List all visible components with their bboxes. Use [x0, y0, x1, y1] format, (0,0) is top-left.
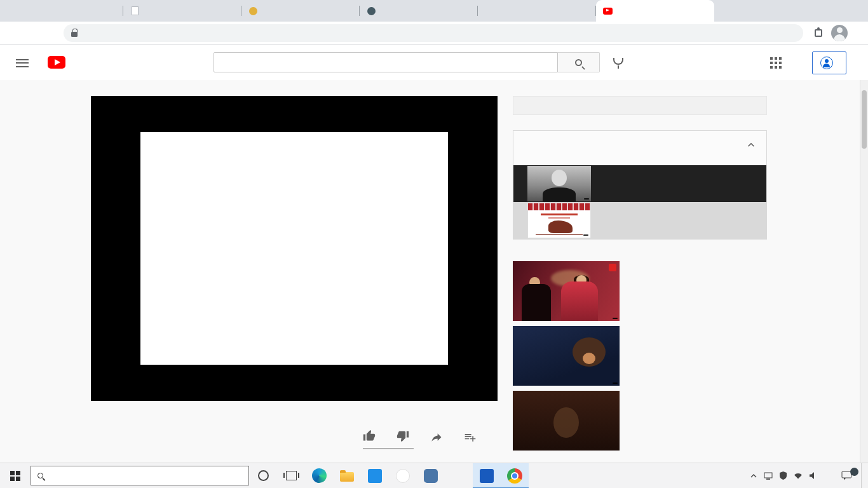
like-button[interactable]	[363, 430, 380, 442]
duration-badge	[613, 383, 618, 384]
tab-kundelik[interactable]	[360, 0, 478, 22]
vk-button[interactable]	[417, 463, 445, 488]
save-button[interactable]	[464, 431, 481, 444]
word-button[interactable]	[473, 463, 501, 488]
notification-center-button[interactable]	[841, 471, 854, 481]
reload-button[interactable]	[41, 24, 58, 42]
windows-logo-icon	[10, 471, 20, 481]
edge-button[interactable]	[305, 463, 333, 488]
search-input[interactable]	[214, 52, 558, 72]
mail-icon	[368, 469, 382, 483]
queue-item-info	[591, 183, 766, 185]
thumbnail-art	[548, 220, 573, 233]
video-thumbnail[interactable]	[513, 391, 620, 451]
video-thumbnail[interactable]	[513, 326, 620, 386]
collapse-queue-button[interactable]	[745, 139, 757, 154]
dislike-button[interactable]	[397, 430, 414, 442]
thumb-up-icon	[363, 430, 376, 442]
duration-badge	[583, 234, 588, 236]
bilim-favicon-icon	[484, 6, 494, 16]
queue-item-playing[interactable]	[513, 202, 766, 239]
browser-profile-avatar[interactable]	[831, 25, 848, 41]
notification-count-badge	[850, 468, 858, 476]
extensions-icon[interactable]	[815, 29, 822, 37]
edge-icon	[312, 468, 327, 483]
video-thumbnail[interactable]	[527, 166, 591, 201]
taskbar-search-box[interactable]	[31, 466, 249, 485]
share-button[interactable]	[430, 431, 447, 444]
close-window-button[interactable]	[839, 0, 868, 22]
youtube-masthead	[0, 45, 868, 80]
yandex-icon	[396, 469, 410, 483]
start-button[interactable]	[0, 463, 31, 488]
youtube-favicon-icon	[602, 6, 613, 16]
guide-menu-icon[interactable]	[16, 57, 29, 69]
yandex-button[interactable]	[389, 463, 417, 488]
search-button[interactable]	[558, 52, 600, 72]
youtube-favicon-icon	[603, 8, 613, 15]
video-thumbnail[interactable]	[513, 261, 620, 321]
close-tab-icon[interactable]	[464, 6, 474, 16]
taskbar-search-input[interactable]	[49, 471, 227, 480]
microphone-icon	[613, 58, 623, 65]
dropbox-button[interactable]	[445, 463, 473, 488]
network-icon[interactable]	[764, 472, 773, 480]
recommended-info	[620, 391, 767, 451]
queue-panel	[513, 130, 767, 240]
close-tab-icon[interactable]	[346, 6, 356, 16]
tab-youtube-active[interactable]	[596, 0, 714, 22]
page-scrollbar[interactable]	[860, 80, 868, 463]
system-tray	[750, 463, 868, 488]
scrollbar-thumb[interactable]	[862, 90, 867, 149]
voice-search-button[interactable]	[610, 54, 627, 71]
mail-button[interactable]	[361, 463, 389, 488]
recommended-video[interactable]	[513, 326, 767, 386]
thumbnail-art	[536, 234, 583, 235]
folder-icon	[340, 472, 354, 482]
video-player[interactable]	[91, 96, 498, 401]
address-bar[interactable]	[64, 24, 803, 42]
cortana-button[interactable]	[249, 463, 277, 488]
word-icon	[480, 469, 494, 483]
close-tab-icon[interactable]	[227, 6, 238, 16]
window-controls	[780, 0, 868, 22]
thumbnail-art	[528, 203, 590, 210]
tab-kundelik-kz[interactable]	[241, 0, 360, 22]
close-tab-icon[interactable]	[582, 6, 592, 16]
tab-sabakty-zhosparlau[interactable]	[123, 0, 241, 22]
tab-google-search[interactable]	[5, 0, 123, 22]
chrome-button[interactable]	[501, 463, 529, 488]
remove-all-button[interactable]	[513, 154, 766, 165]
apps-grid-icon[interactable]	[770, 57, 782, 69]
volume-icon[interactable]	[810, 472, 818, 479]
video-thumbnail[interactable]	[527, 203, 591, 238]
queue-item[interactable]	[513, 165, 766, 202]
forward-button[interactable]	[23, 24, 41, 42]
close-tab-icon[interactable]	[700, 6, 710, 16]
chrome-icon	[507, 468, 522, 484]
scroll-down-icon[interactable]	[860, 454, 868, 463]
security-shield-icon[interactable]	[780, 471, 787, 480]
close-tab-icon[interactable]	[109, 6, 119, 16]
scroll-up-icon[interactable]	[860, 80, 868, 88]
thumbnail-art	[552, 170, 567, 186]
file-explorer-button[interactable]	[333, 463, 361, 488]
document-favicon-icon	[132, 6, 139, 15]
tab-bilim[interactable]	[478, 0, 596, 22]
task-view-button[interactable]	[277, 463, 305, 488]
search-area	[214, 52, 627, 72]
sign-in-button[interactable]	[812, 51, 846, 74]
recommended-video[interactable]	[513, 261, 767, 321]
back-button[interactable]	[5, 24, 23, 42]
watch-sidebar	[513, 96, 767, 451]
thumbnail-art	[522, 284, 551, 321]
task-view-icon	[286, 471, 297, 480]
hidden-icons-chevron-icon[interactable]	[750, 474, 757, 478]
new-tab-button[interactable]	[718, 4, 736, 22]
wifi-icon[interactable]	[794, 472, 803, 479]
maximize-button[interactable]	[810, 0, 839, 22]
minimize-button[interactable]	[780, 0, 810, 22]
recommended-video[interactable]	[513, 391, 767, 451]
youtube-logo[interactable]	[48, 55, 69, 69]
show-desktop-button[interactable]	[861, 463, 864, 488]
